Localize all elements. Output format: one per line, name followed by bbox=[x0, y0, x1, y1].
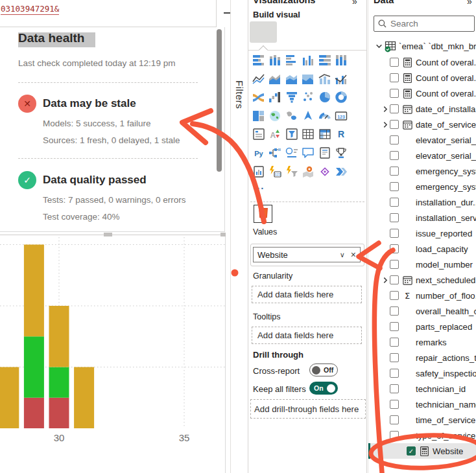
visual-gauge-icon[interactable] bbox=[316, 107, 333, 125]
field-checkbox[interactable] bbox=[390, 244, 399, 253]
field-row-count-of-overal[interactable]: Count of overal... bbox=[368, 86, 476, 101]
field-checkbox[interactable] bbox=[390, 338, 399, 347]
field-checkbox[interactable] bbox=[390, 322, 399, 331]
field-checkbox[interactable] bbox=[390, 135, 399, 144]
visual-table-icon[interactable] bbox=[300, 125, 316, 143]
field-checkbox[interactable] bbox=[390, 229, 399, 238]
visual-card-icon[interactable]: 123 bbox=[333, 107, 350, 125]
field-row-technician-name[interactable]: technician_name bbox=[368, 397, 476, 412]
collapse-chevron-icon[interactable] bbox=[374, 43, 383, 50]
field-row-overall-health-c[interactable]: overall_health_c... bbox=[368, 303, 476, 319]
visual-power-automate-icon[interactable] bbox=[333, 163, 350, 181]
field-checkbox[interactable] bbox=[390, 353, 399, 362]
visual-clustered-column-chart-icon[interactable] bbox=[300, 51, 316, 69]
field-row-safety-inspectio[interactable]: safety_inspectio... bbox=[368, 365, 476, 381]
visual-donut-chart-icon[interactable] bbox=[333, 88, 350, 106]
drill-through-dropzone[interactable]: Add drill-through fields here bbox=[250, 399, 366, 419]
visual-paginated-report-icon[interactable] bbox=[250, 163, 267, 181]
field-checkbox[interactable] bbox=[390, 260, 399, 269]
collapse-data-pane-icon[interactable]: » bbox=[467, 0, 472, 6]
values-field-pill[interactable]: Website ∨ × bbox=[253, 247, 361, 262]
visual-100-stacked-bar-chart-icon[interactable] bbox=[316, 51, 333, 69]
field-row-emergency-syst[interactable]: emergency_syst... bbox=[368, 163, 476, 179]
visual-smart-narrative-icon[interactable] bbox=[316, 144, 333, 162]
expand-chevron-icon[interactable] bbox=[381, 277, 390, 284]
chevron-down-icon[interactable]: ∨ bbox=[340, 251, 345, 259]
field-row-count-of-overal[interactable]: Count of overal... bbox=[368, 54, 476, 70]
field-checkbox[interactable] bbox=[390, 213, 399, 222]
field-row-elevator-serial[interactable]: elevator_serial_... bbox=[368, 132, 476, 148]
visual-multi-row-card-icon[interactable] bbox=[250, 125, 267, 143]
field-row-model-number[interactable]: model_number bbox=[368, 257, 476, 272]
field-row-installation-dur[interactable]: installation_dur... bbox=[368, 194, 476, 210]
field-row-date-of-installa[interactable]: date_of_installa... bbox=[368, 101, 476, 117]
visual-key-influencers-icon[interactable] bbox=[283, 144, 300, 162]
visual-filled-map-icon[interactable] bbox=[283, 107, 300, 125]
visual-area-chart-icon[interactable] bbox=[267, 70, 283, 88]
chart-visual[interactable]: 3035 bbox=[0, 235, 226, 473]
collapse-pane-icon[interactable]: » bbox=[352, 0, 357, 6]
field-row-next-scheduled[interactable]: next_scheduled... bbox=[368, 272, 476, 288]
field-row-date-of-service[interactable]: date_of_service bbox=[368, 117, 476, 132]
more-visuals[interactable]: ... bbox=[253, 180, 265, 191]
visual-power-apps-icon[interactable]: 123 bbox=[267, 163, 283, 181]
field-row-repair-actions-t[interactable]: repair_actions_t... bbox=[368, 350, 476, 365]
field-checkbox[interactable] bbox=[390, 58, 399, 67]
visual-ribbon-chart-icon[interactable] bbox=[250, 88, 267, 106]
visual-qa-visual-icon[interactable] bbox=[300, 144, 316, 162]
field-checkbox[interactable] bbox=[390, 384, 399, 393]
expand-chevron-icon[interactable] bbox=[381, 106, 390, 113]
visual-clustered-bar-chart-icon[interactable] bbox=[283, 51, 300, 69]
visual-waterfall-chart-icon[interactable] bbox=[267, 88, 283, 106]
visual-line-and-clustered-column-chart-icon[interactable] bbox=[333, 70, 350, 88]
field-checkbox[interactable] bbox=[390, 369, 399, 378]
visual-matrix-icon[interactable] bbox=[316, 125, 333, 143]
field-row-elevator-serial[interactable]: elevator_serial_... bbox=[368, 148, 476, 163]
field-checkbox[interactable] bbox=[390, 151, 399, 160]
granularity-dropzone[interactable]: Add data fields here bbox=[252, 286, 362, 303]
visual-python-visual-icon[interactable]: Py bbox=[250, 144, 267, 162]
field-row-type-of-service[interactable]: type_of_service bbox=[368, 428, 476, 443]
remove-field-icon[interactable]: × bbox=[351, 249, 356, 260]
field-row-parts-replaced[interactable]: parts_replaced bbox=[368, 319, 476, 334]
field-checkbox[interactable] bbox=[390, 182, 399, 191]
visual-treemap-icon[interactable] bbox=[250, 107, 267, 125]
field-checkbox[interactable] bbox=[390, 104, 399, 113]
filters-pane[interactable]: Filters bbox=[230, 0, 248, 473]
visual-pie-chart-icon[interactable] bbox=[316, 88, 333, 106]
field-row-remarks[interactable]: remarks bbox=[368, 334, 476, 350]
field-row-number-of-floo[interactable]: Σnumber_of_floo... bbox=[368, 288, 476, 303]
field-checkbox[interactable] bbox=[390, 400, 399, 409]
field-row-installation-serv[interactable]: installation_serv... bbox=[368, 210, 476, 225]
visual-resize-handle-top[interactable] bbox=[104, 233, 112, 236]
visual-funnel-chart-icon[interactable] bbox=[283, 88, 300, 106]
card-scrollbar-thumb[interactable] bbox=[217, 29, 222, 172]
tooltips-dropzone[interactable]: Add data fields here bbox=[252, 327, 362, 344]
visual-line-chart-icon[interactable] bbox=[250, 70, 267, 88]
field-checkbox[interactable] bbox=[390, 198, 399, 207]
visual-scorecard-diamond-icon[interactable] bbox=[316, 163, 333, 181]
field-row-issue-reported[interactable]: issue_reported bbox=[368, 225, 476, 241]
field-checkbox[interactable] bbox=[390, 73, 399, 82]
visual-slicer-icon[interactable] bbox=[283, 125, 300, 143]
visual-html5-visual[interactable]: 5 bbox=[254, 205, 272, 223]
search-box[interactable] bbox=[374, 16, 475, 32]
visual-100-stacked-area-chart-icon[interactable] bbox=[300, 70, 316, 88]
field-checkbox[interactable] bbox=[390, 89, 399, 98]
field-row-technician-id[interactable]: technician_id bbox=[368, 381, 476, 397]
visual-line-and-stacked-column-chart-icon[interactable] bbox=[316, 70, 333, 88]
visual-resize-handle-corner[interactable] bbox=[220, 233, 226, 236]
field-checkbox[interactable] bbox=[390, 275, 399, 284]
visual-azure-map-icon[interactable] bbox=[300, 107, 316, 125]
visual-power-automate-trigger-icon[interactable] bbox=[283, 163, 300, 181]
field-row-emergency-syst[interactable]: emergency_syst... bbox=[368, 179, 476, 194]
field-checkbox[interactable] bbox=[390, 120, 399, 129]
field-row-website[interactable]: ✓Website bbox=[368, 443, 476, 459]
visual-stacked-area-chart-icon[interactable] bbox=[283, 70, 300, 88]
field-checkbox[interactable] bbox=[390, 415, 399, 424]
visual-stacked-column-chart-icon[interactable] bbox=[267, 51, 283, 69]
visual-kpi-icon[interactable]: A bbox=[267, 125, 283, 143]
field-checkbox[interactable] bbox=[390, 306, 399, 316]
field-checkbox[interactable] bbox=[390, 291, 399, 300]
cross-report-toggle[interactable]: Off bbox=[309, 363, 338, 376]
